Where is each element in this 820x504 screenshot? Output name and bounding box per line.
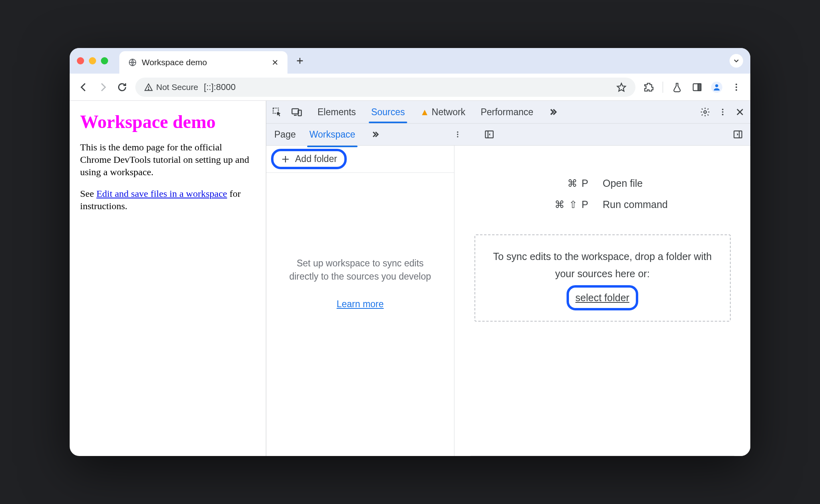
separator: [663, 82, 663, 93]
shortcut-open-keys: ⌘ P: [537, 178, 589, 189]
forward-button[interactable]: [97, 81, 109, 93]
labs-icon[interactable]: [671, 81, 683, 93]
toolbar-right: [643, 81, 742, 93]
sources-subtabs: Page Workspace: [266, 123, 750, 146]
workspace-dropzone[interactable]: To sync edits to the workspace, drop a f…: [474, 234, 731, 322]
warning-icon: [144, 83, 153, 92]
page-paragraph-2: See Edit and save files in a workspace f…: [80, 188, 255, 212]
globe-icon: [128, 58, 137, 67]
select-folder-label: select folder: [575, 292, 629, 303]
svg-point-6: [736, 86, 737, 88]
page-paragraph-1: This is the demo page for the official C…: [80, 141, 255, 179]
subtab-workspace[interactable]: Workspace: [309, 125, 356, 144]
add-folder-button[interactable]: Add folder: [273, 151, 344, 167]
subtabs-menu-icon[interactable]: [454, 130, 462, 138]
close-tab-icon[interactable]: [271, 59, 279, 66]
close-devtools-icon[interactable]: [735, 107, 745, 117]
extensions-icon[interactable]: [643, 81, 655, 93]
dropzone-text: To sync edits to the workspace, drop a f…: [490, 248, 715, 282]
tab-performance[interactable]: Performance: [480, 102, 534, 122]
svg-point-12: [722, 109, 724, 110]
back-button[interactable]: [78, 81, 90, 93]
svg-point-13: [722, 111, 724, 113]
tab-sources[interactable]: Sources: [370, 102, 406, 122]
devtools-menu-icon[interactable]: [718, 108, 727, 116]
device-toolbar-icon[interactable]: [291, 106, 302, 118]
svg-point-7: [736, 89, 737, 91]
svg-point-11: [704, 111, 707, 114]
svg-rect-3: [698, 84, 701, 90]
show-debugger-icon[interactable]: [733, 129, 743, 140]
tab-network-label: Network: [432, 107, 465, 117]
plus-icon: [281, 154, 290, 164]
side-panel-icon[interactable]: [691, 81, 703, 93]
more-subtabs-icon[interactable]: [370, 130, 380, 139]
address-bar[interactable]: Not Secure [::]:8000: [135, 78, 635, 97]
svg-point-5: [736, 84, 737, 85]
svg-point-16: [457, 134, 458, 135]
chrome-menu-icon[interactable]: [730, 81, 742, 93]
inspect-element-icon[interactable]: [272, 107, 282, 117]
devtools-panel: Elements Sources ▲Network Performance: [266, 101, 750, 456]
svg-point-17: [457, 136, 458, 137]
rendered-page: Workspace demo This is the demo page for…: [70, 101, 266, 456]
svg-rect-9: [292, 109, 298, 114]
bookmark-icon[interactable]: [616, 82, 627, 92]
para2-prefix: See: [80, 188, 96, 199]
select-folder-button[interactable]: select folder: [569, 288, 636, 308]
new-tab-button[interactable]: [295, 56, 304, 65]
svg-point-15: [457, 132, 458, 133]
add-folder-label: Add folder: [295, 154, 337, 164]
minimize-window-button[interactable]: [89, 57, 96, 64]
url-text: [::]:8000: [204, 82, 236, 92]
close-window-button[interactable]: [77, 57, 84, 64]
warning-icon: ▲: [420, 107, 429, 117]
shortcut-run-command: ⌘ ⇧ P Run command: [537, 199, 668, 210]
tab-elements[interactable]: Elements: [317, 102, 357, 122]
tab-strip: Workspace demo: [70, 48, 750, 74]
shortcut-open-file: ⌘ P Open file: [537, 178, 668, 189]
security-label: Not Secure: [156, 82, 198, 92]
editor-bottom-divider: [470, 456, 734, 456]
page-link-workspace-tutorial[interactable]: Edit and save files in a workspace: [96, 188, 227, 199]
svg-point-14: [722, 114, 724, 116]
tabs-dropdown-button[interactable]: [730, 54, 743, 68]
shortcuts-list: ⌘ P Open file ⌘ ⇧ P Run command: [537, 178, 668, 210]
maximize-window-button[interactable]: [101, 57, 108, 64]
profile-avatar[interactable]: [711, 82, 722, 93]
editor-pane: ⌘ P Open file ⌘ ⇧ P Run command To sync …: [454, 146, 750, 456]
svg-point-4: [715, 84, 718, 87]
more-tabs-icon[interactable]: [548, 107, 558, 117]
page-heading: Workspace demo: [80, 111, 255, 132]
browser-toolbar: Not Secure [::]:8000: [70, 74, 750, 101]
tab-title: Workspace demo: [142, 58, 207, 67]
devtools-top-bar: Elements Sources ▲Network Performance: [266, 101, 750, 123]
learn-more-link[interactable]: Learn more: [337, 299, 384, 309]
devtools-tabs: Elements Sources ▲Network Performance: [317, 102, 558, 122]
shortcut-open-label: Open file: [603, 178, 643, 189]
window-controls: [77, 57, 108, 64]
learn-more-row: Learn more: [266, 299, 454, 310]
content-area: Workspace demo This is the demo page for…: [70, 101, 750, 456]
security-chip[interactable]: Not Secure: [144, 82, 198, 92]
devtools-body: Add folder Set up workspace to sync edit…: [266, 146, 750, 456]
browser-tab[interactable]: Workspace demo: [119, 51, 287, 74]
tab-network[interactable]: ▲Network: [419, 102, 466, 122]
shortcut-run-label: Run command: [603, 199, 668, 210]
add-folder-row: Add folder: [266, 146, 454, 173]
svg-point-1: [148, 89, 149, 90]
settings-gear-icon[interactable]: [700, 107, 710, 117]
reload-button[interactable]: [116, 81, 128, 93]
shortcut-run-keys: ⌘ ⇧ P: [537, 199, 589, 210]
subtab-page[interactable]: Page: [273, 125, 297, 144]
workspace-hint: Set up workspace to sync edits directly …: [266, 257, 454, 284]
show-navigator-icon[interactable]: [484, 129, 494, 140]
browser-window: Workspace demo Not Secure [::]:8000: [70, 48, 750, 456]
workspace-navigator: Add folder Set up workspace to sync edit…: [266, 146, 454, 456]
